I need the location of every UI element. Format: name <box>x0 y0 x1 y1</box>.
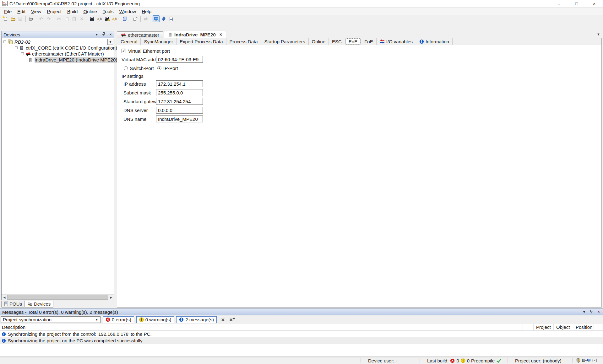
compare-objects-icon[interactable]: ⇄ <box>142 15 149 22</box>
collapse-icon[interactable] <box>3 40 6 43</box>
errors-toggle-button[interactable]: 0 error(s) <box>103 316 134 323</box>
close-tab-icon[interactable]: × <box>220 32 222 37</box>
chevron-down-icon[interactable]: ▾ <box>582 310 586 314</box>
message-row[interactable]: Synchronizing the project on the PC was … <box>0 337 603 344</box>
menu-view[interactable]: View <box>28 8 44 15</box>
column-spacer <box>594 324 603 330</box>
tab-general[interactable]: General <box>117 38 141 45</box>
message-category-select[interactable]: Project synchronization ▼ <box>1 316 100 323</box>
ip-address-input[interactable] <box>156 80 203 87</box>
column-project[interactable]: Project <box>533 324 553 330</box>
status-separator <box>572 358 573 363</box>
horizontal-scrollbar[interactable]: ◀ ▶ <box>2 294 114 300</box>
chevron-down-icon[interactable]: ▾ <box>95 32 99 37</box>
shield-icon[interactable] <box>576 358 581 363</box>
ip-port-option[interactable]: IP-Port <box>157 66 191 71</box>
collapse-icon[interactable] <box>21 52 24 55</box>
scroll-right-icon[interactable]: ▶ <box>108 295 114 300</box>
column-object[interactable]: Object <box>553 324 573 330</box>
dns-name-input[interactable] <box>156 115 203 122</box>
menu-online[interactable]: Online <box>80 8 100 15</box>
tree-item-project[interactable]: RB2-02 <box>2 39 114 45</box>
standard-gateway-input[interactable] <box>156 98 203 105</box>
undo-icon[interactable]: ↶ <box>38 15 45 22</box>
clear-all-messages-icon[interactable]: ✕✱ <box>229 317 235 322</box>
network-signal-icon[interactable] <box>592 358 597 363</box>
pin-icon[interactable] <box>101 32 106 37</box>
tab-eoe[interactable]: EoE <box>345 38 361 45</box>
subnet-mask-input[interactable] <box>156 89 203 96</box>
find-in-project-icon[interactable] <box>104 15 111 22</box>
tab-devices[interactable]: Devices <box>25 301 53 308</box>
tab-io-variables[interactable]: I/O variables <box>377 38 416 45</box>
minimize-button[interactable]: – <box>550 0 568 8</box>
create-boot-application-icon[interactable] <box>168 15 175 22</box>
new-project-icon[interactable] <box>2 15 9 22</box>
pin-icon[interactable] <box>589 310 594 314</box>
doc-tab-ethercatmaster[interactable]: ethercatmaster <box>117 31 163 38</box>
warnings-toggle-button[interactable]: 0 warning(s) <box>136 316 174 323</box>
devices-panel-header[interactable]: Devices ▾ × <box>1 31 114 38</box>
messages-panel-header[interactable]: Messages - Total 0 error(s), 0 warning(s… <box>0 308 603 315</box>
cut-icon[interactable]: ✂ <box>56 15 62 22</box>
doc-tab-indradrive[interactable]: IndraDrive_MPE20 × <box>164 31 226 38</box>
menu-edit[interactable]: Edit <box>14 8 28 15</box>
tab-foe[interactable]: FoE <box>361 38 377 45</box>
tree-item-label: RB2-02 <box>14 39 30 45</box>
device-options-dropdown[interactable]: ▼ <box>107 39 113 45</box>
print-icon[interactable] <box>27 15 34 22</box>
radio-icon[interactable] <box>124 66 128 70</box>
new-object-icon[interactable] <box>132 15 139 22</box>
delete-icon[interactable]: ✕ <box>78 15 85 22</box>
redo-icon[interactable]: ↷ <box>45 15 52 22</box>
save-icon[interactable] <box>17 15 24 22</box>
scrollbar-thumb[interactable] <box>7 295 108 300</box>
clear-messages-icon[interactable]: ✕ <box>221 317 225 322</box>
replace-in-project-icon[interactable]: a,b <box>111 15 118 22</box>
tab-esc[interactable]: ESC <box>329 38 345 45</box>
gateway-connection-icon[interactable] <box>582 358 590 363</box>
open-project-icon[interactable] <box>9 15 16 22</box>
replace-icon[interactable]: a,b <box>96 15 103 22</box>
login-icon[interactable]: 1 <box>153 15 160 22</box>
multiple-download-icon[interactable] <box>122 15 128 22</box>
virtual-mac-input[interactable] <box>156 56 203 63</box>
scroll-left-icon[interactable]: ◀ <box>2 295 7 300</box>
radio-icon[interactable] <box>157 66 161 70</box>
close-button[interactable]: × <box>585 0 603 8</box>
tree-item-ctrlx-core[interactable]: ctrlX_CORE (ctrlX CORE I/O Configuration… <box>2 45 114 51</box>
build-error-count: 0 <box>456 358 459 363</box>
menu-build[interactable]: Build <box>64 8 80 15</box>
column-position[interactable]: Position <box>573 324 594 330</box>
find-icon[interactable] <box>89 15 95 22</box>
tab-pous[interactable]: POUs <box>1 301 25 308</box>
tab-information[interactable]: Information <box>416 38 453 45</box>
maximize-button[interactable]: □ <box>568 0 585 8</box>
chevron-down-icon[interactable]: ▼ <box>93 318 100 321</box>
copy-icon[interactable] <box>63 15 70 22</box>
tab-syncmanager[interactable]: SyncManager <box>141 38 177 45</box>
tab-startup-parameters[interactable]: Startup Parameters <box>261 38 309 45</box>
menu-file[interactable]: File <box>1 8 14 15</box>
tab-list-dropdown-icon[interactable]: ▼ <box>597 32 600 36</box>
tree-item-ethercatmaster[interactable]: ethercatmaster (EtherCAT Master) <box>2 51 114 57</box>
message-row[interactable]: Synchronizing the project from the contr… <box>0 331 603 337</box>
column-description[interactable]: Description <box>0 324 523 330</box>
close-icon[interactable]: × <box>108 32 113 37</box>
paste-icon[interactable] <box>71 15 78 22</box>
switch-port-option[interactable]: Switch-Port <box>124 66 157 71</box>
menu-window[interactable]: Window <box>117 8 139 15</box>
menu-help[interactable]: Help <box>139 8 154 15</box>
close-icon[interactable]: × <box>596 310 601 314</box>
tree-item-indradrive[interactable]: IndraDrive_MPE20 (IndraDrive MPE20) <box>2 57 114 63</box>
download-icon[interactable] <box>160 15 167 22</box>
tab-expert-process-data[interactable]: Expert Process Data <box>177 38 226 45</box>
menu-tools[interactable]: Tools <box>100 8 117 15</box>
menu-project[interactable]: Project <box>44 8 64 15</box>
dns-server-input[interactable] <box>156 107 203 114</box>
virtual-ethernet-port-checkbox[interactable] <box>122 49 126 53</box>
collapse-icon[interactable] <box>15 46 18 49</box>
messages-toggle-button[interactable]: 2 message(s) <box>176 316 217 323</box>
tab-online[interactable]: Online <box>309 38 329 45</box>
tab-process-data[interactable]: Process Data <box>226 38 261 45</box>
